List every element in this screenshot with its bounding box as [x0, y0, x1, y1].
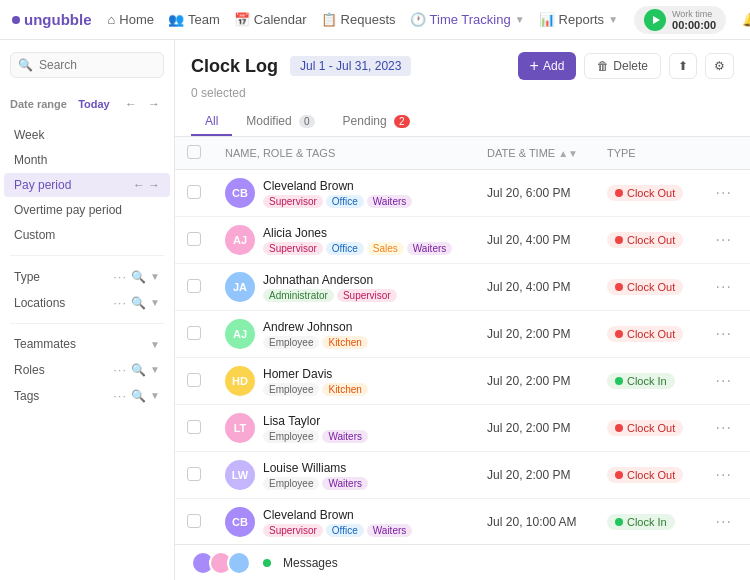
- modified-badge: 0: [299, 115, 315, 128]
- tag-employee: Employee: [263, 336, 319, 349]
- row-more: ···: [700, 311, 750, 358]
- search-icon-locations[interactable]: 🔍: [131, 296, 146, 310]
- type-badge: Clock In: [607, 514, 675, 530]
- add-button[interactable]: Add: [518, 52, 577, 80]
- work-time-button[interactable]: Work time 00:00:00: [634, 6, 726, 34]
- more-options-button[interactable]: ···: [712, 229, 736, 250]
- sidebar-tags-filter[interactable]: Tags ··· 🔍 ▼: [4, 383, 170, 408]
- type-badge: Clock Out: [607, 467, 683, 483]
- search-icon-roles[interactable]: 🔍: [131, 363, 146, 377]
- user-avatar: CB: [225, 178, 255, 208]
- prev-arrow[interactable]: ←: [121, 94, 141, 114]
- messages-label[interactable]: Messages: [283, 556, 338, 570]
- nav-home[interactable]: ⌂ Home: [108, 12, 155, 27]
- row-checkbox[interactable]: [187, 514, 201, 528]
- home-icon: ⌂: [108, 12, 116, 27]
- row-datetime: Jul 20, 2:00 PM: [475, 358, 595, 405]
- more-options-button[interactable]: ···: [712, 464, 736, 485]
- more-options-button[interactable]: ···: [712, 417, 736, 438]
- type-badge: Clock Out: [607, 232, 683, 248]
- sidebar-item-overtime-pay[interactable]: Overtime pay period: [4, 198, 170, 222]
- selected-count: 0 selected: [191, 86, 734, 100]
- select-all-checkbox[interactable]: [187, 145, 201, 159]
- chevron-icon-locations[interactable]: ▼: [150, 297, 160, 308]
- sort-icon[interactable]: ▲▼: [558, 148, 578, 159]
- chevron-icon-roles[interactable]: ▼: [150, 364, 160, 375]
- nav-time-tracking[interactable]: 🕐 Time Tracking ▼: [410, 12, 525, 27]
- row-checkbox[interactable]: [187, 420, 201, 434]
- more-options-button[interactable]: ···: [712, 370, 736, 391]
- dots-icon-tags[interactable]: ···: [113, 388, 127, 403]
- tab-modified[interactable]: Modified 0: [232, 108, 328, 136]
- main-header: Clock Log Jul 1 - Jul 31, 2023 Add 🗑 Del…: [175, 40, 750, 137]
- user-info: Homer Davis EmployeeKitchen: [263, 367, 368, 396]
- chevron-icon-tags[interactable]: ▼: [150, 390, 160, 401]
- more-options-button[interactable]: ···: [712, 511, 736, 532]
- date-range-section: Date range Today ← →: [0, 90, 174, 122]
- roles-label: Roles: [14, 363, 45, 377]
- row-checkbox[interactable]: [187, 373, 201, 387]
- row-user-cell: LW Louise Williams EmployeeWaiters: [213, 452, 475, 499]
- sidebar-teammates-filter[interactable]: Teammates ▼: [4, 332, 170, 356]
- row-checkbox[interactable]: [187, 279, 201, 293]
- logo-dot: [12, 16, 20, 24]
- app-logo[interactable]: ungubble: [12, 11, 92, 28]
- prev-pay-icon[interactable]: ←: [133, 178, 145, 192]
- tag-waiters: Waiters: [407, 242, 453, 255]
- table-row: AJ Alicia Jones SupervisorOfficeSalesWai…: [175, 217, 750, 264]
- more-options-button[interactable]: ···: [712, 323, 736, 344]
- sidebar-item-month[interactable]: Month: [4, 148, 170, 172]
- row-type: Clock Out: [595, 264, 700, 311]
- row-type: Clock Out: [595, 405, 700, 452]
- clock-dot-icon: [615, 189, 623, 197]
- row-checkbox[interactable]: [187, 326, 201, 340]
- row-user-cell: AJ Andrew Johnson EmployeeKitchen: [213, 311, 475, 358]
- sidebar-roles-filter[interactable]: Roles ··· 🔍 ▼: [4, 357, 170, 382]
- col-checkbox: [175, 137, 213, 170]
- share-button[interactable]: ⬆: [669, 53, 697, 79]
- nav-reports[interactable]: 📊 Reports ▼: [539, 12, 618, 27]
- dots-icon-roles[interactable]: ···: [113, 362, 127, 377]
- nav-calendar[interactable]: 📅 Calendar: [234, 12, 307, 27]
- sidebar-type-filter[interactable]: Type ··· 🔍 ▼: [4, 264, 170, 289]
- sidebar-locations-filter[interactable]: Locations ··· 🔍 ▼: [4, 290, 170, 315]
- sidebar-item-custom[interactable]: Custom: [4, 223, 170, 247]
- next-arrow[interactable]: →: [144, 94, 164, 114]
- next-pay-icon[interactable]: →: [148, 178, 160, 192]
- sidebar-item-pay-period[interactable]: Pay period ← →: [4, 173, 170, 197]
- more-options-button[interactable]: ···: [712, 182, 736, 203]
- today-label[interactable]: Today: [78, 98, 110, 110]
- row-checkbox[interactable]: [187, 232, 201, 246]
- delete-button[interactable]: 🗑 Delete: [584, 53, 661, 79]
- tags-row: EmployeeWaiters: [263, 477, 368, 490]
- search-icon-tags[interactable]: 🔍: [131, 389, 146, 403]
- play-icon[interactable]: [644, 9, 666, 31]
- more-options-button[interactable]: ···: [712, 276, 736, 297]
- chevron-icon-type[interactable]: ▼: [150, 271, 160, 282]
- settings-button[interactable]: ⚙: [705, 53, 734, 79]
- search-input[interactable]: [10, 52, 164, 78]
- col-name: NAME, ROLE & TAGS: [213, 137, 475, 170]
- row-checkbox[interactable]: [187, 467, 201, 481]
- nav-requests[interactable]: 📋 Requests: [321, 12, 396, 27]
- tag-kitchen: Kitchen: [322, 336, 367, 349]
- row-datetime: Jul 20, 10:00 AM: [475, 499, 595, 545]
- dots-icon-type[interactable]: ···: [113, 269, 127, 284]
- tag-office: Office: [326, 524, 364, 537]
- tab-pending[interactable]: Pending 2: [329, 108, 424, 136]
- nav-team[interactable]: 👥 Team: [168, 12, 220, 27]
- page-title: Clock Log: [191, 56, 278, 77]
- tabs-row: All Modified 0 Pending 2: [191, 108, 734, 136]
- date-range-badge[interactable]: Jul 1 - Jul 31, 2023: [290, 56, 411, 76]
- search-icon-type[interactable]: 🔍: [131, 270, 146, 284]
- dots-icon-locations[interactable]: ···: [113, 295, 127, 310]
- notifications-button[interactable]: 🔔: [736, 6, 750, 34]
- chevron-icon-teammates[interactable]: ▼: [150, 339, 160, 350]
- user-cell: AJ Andrew Johnson EmployeeKitchen: [225, 319, 463, 349]
- tab-all[interactable]: All: [191, 108, 232, 136]
- tag-office: Office: [326, 242, 364, 255]
- sidebar-item-week[interactable]: Week: [4, 123, 170, 147]
- roles-filter-icons: ··· 🔍 ▼: [113, 362, 160, 377]
- row-checkbox[interactable]: [187, 185, 201, 199]
- chevron-down-icon-reports: ▼: [608, 14, 618, 25]
